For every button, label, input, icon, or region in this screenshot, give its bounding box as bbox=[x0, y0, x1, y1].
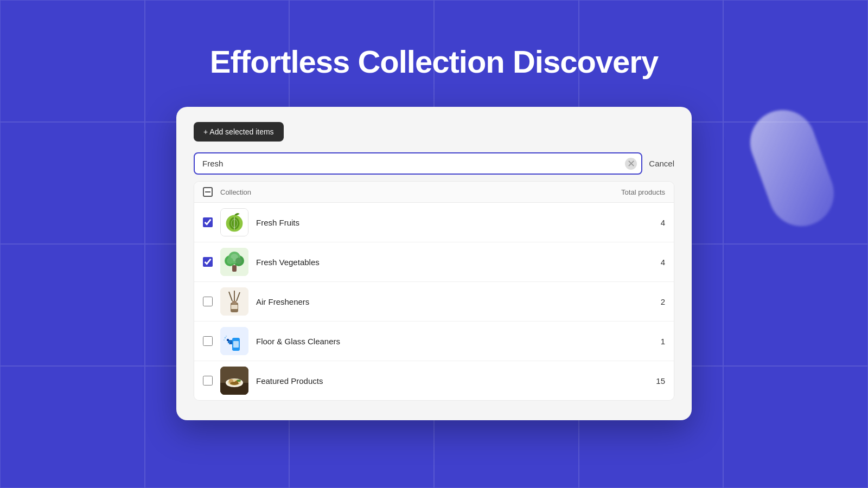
row-count-air-fresheners: 2 bbox=[661, 297, 665, 306]
table-row: Air Fresheners 2 bbox=[194, 282, 674, 322]
modal-container: + Add selected items ✕ Cancel Collection… bbox=[176, 107, 692, 420]
table-row: Featured Products 15 bbox=[194, 361, 674, 400]
table-row: Fresh Fruits 4 bbox=[194, 203, 674, 242]
row-name-fresh-fruits: Fresh Fruits bbox=[256, 218, 653, 227]
col-total-products-header: Total products bbox=[621, 188, 665, 196]
row-count-fresh-fruits: 4 bbox=[661, 218, 665, 227]
row-checkbox-floor-glass-cleaners[interactable] bbox=[203, 336, 213, 346]
page-title: Effortless Collection Discovery bbox=[210, 43, 658, 80]
row-name-floor-glass-cleaners: Floor & Glass Cleaners bbox=[256, 337, 653, 346]
modal-top-bar: + Add selected items bbox=[194, 122, 674, 142]
svg-point-26 bbox=[226, 336, 227, 337]
thumbnail-fresh-fruits bbox=[220, 208, 248, 236]
thumbnail-featured-products bbox=[220, 367, 248, 395]
thumbnail-floor-glass-cleaners bbox=[220, 327, 248, 355]
thumbnail-fresh-vegetables bbox=[220, 248, 248, 276]
svg-rect-19 bbox=[231, 305, 238, 309]
svg-point-25 bbox=[224, 339, 225, 341]
row-checkbox-featured-products[interactable] bbox=[203, 376, 213, 386]
row-count-floor-glass-cleaners: 1 bbox=[661, 337, 665, 346]
row-checkbox-air-fresheners[interactable] bbox=[203, 297, 213, 306]
row-checkbox-fresh-vegetables[interactable] bbox=[203, 257, 213, 267]
svg-rect-9 bbox=[232, 265, 237, 272]
svg-rect-22 bbox=[227, 339, 229, 341]
search-clear-button[interactable]: ✕ bbox=[625, 158, 637, 170]
row-name-air-fresheners: Air Fresheners bbox=[256, 297, 653, 306]
row-name-fresh-vegetables: Fresh Vegetables bbox=[256, 258, 653, 267]
table-row: Fresh Vegetables 4 bbox=[194, 242, 674, 282]
svg-point-12 bbox=[235, 258, 242, 264]
row-count-fresh-vegetables: 4 bbox=[661, 258, 665, 267]
svg-rect-15 bbox=[232, 301, 237, 304]
collections-table: Collection Total products bbox=[194, 181, 674, 401]
add-selected-button[interactable]: + Add selected items bbox=[194, 122, 284, 142]
cancel-button[interactable]: Cancel bbox=[649, 159, 674, 168]
select-all-checkbox[interactable] bbox=[203, 187, 213, 197]
svg-point-34 bbox=[237, 380, 241, 382]
row-count-featured-products: 15 bbox=[656, 376, 665, 386]
thumbnail-air-fresheners bbox=[220, 287, 248, 316]
svg-rect-23 bbox=[233, 341, 239, 348]
svg-point-33 bbox=[230, 382, 239, 385]
search-row: ✕ Cancel bbox=[194, 152, 674, 175]
col-collection-header: Collection bbox=[220, 188, 251, 196]
table-row: Floor & Glass Cleaners 1 bbox=[194, 322, 674, 361]
row-name-featured-products: Featured Products bbox=[256, 376, 648, 386]
search-input-wrapper: ✕ bbox=[194, 152, 642, 175]
svg-point-11 bbox=[227, 258, 233, 264]
row-checkbox-fresh-fruits[interactable] bbox=[203, 217, 213, 227]
search-input[interactable] bbox=[194, 152, 642, 175]
svg-point-24 bbox=[225, 337, 226, 339]
table-header: Collection Total products bbox=[194, 182, 674, 203]
